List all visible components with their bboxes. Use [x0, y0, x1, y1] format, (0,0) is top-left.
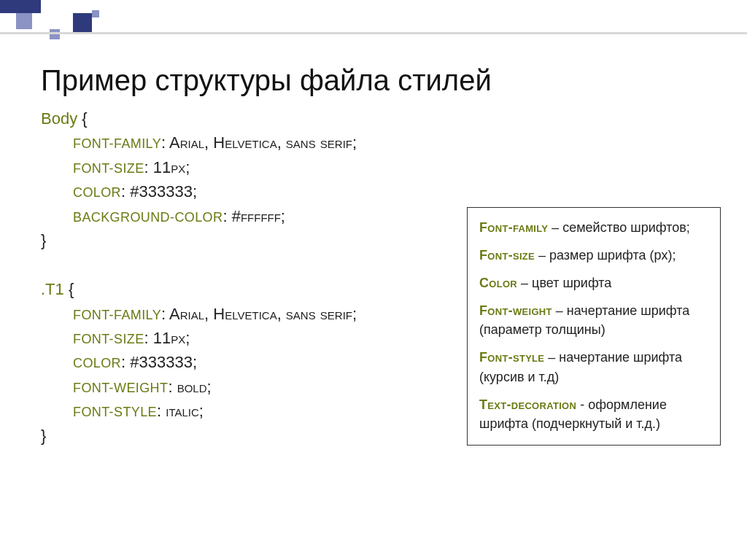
- css-val: italic;: [166, 402, 204, 420]
- page-title: Пример структуры файла стилей: [41, 64, 492, 97]
- css-val: Arial, Helvetica, sans serif;: [169, 133, 357, 152]
- deco-square: [73, 13, 92, 32]
- css-selector: Body: [41, 109, 77, 128]
- css-prop: color: [73, 185, 121, 200]
- deco-square: [16, 13, 32, 29]
- legend-term: Font-style: [479, 350, 544, 365]
- legend-term: Font-size: [479, 248, 535, 262]
- legend-item: Font-style – начертание шрифта (курсив и…: [479, 348, 708, 386]
- corner-decoration: [0, 0, 106, 42]
- css-prop: color: [73, 356, 121, 370]
- legend-desc: – семейство шрифтов;: [548, 220, 690, 235]
- legend-item: Font-weight – начертание шрифта (парамет…: [479, 301, 708, 339]
- legend-item: Font-family – семейство шрифтов;: [479, 218, 708, 237]
- css-prop: font-size: [73, 332, 144, 346]
- css-prop: font-family: [73, 136, 161, 151]
- css-val: #ffffff;: [232, 207, 285, 225]
- legend-term: Font-weight: [479, 303, 552, 318]
- css-prop: font-weight: [73, 381, 168, 395]
- css-val: 11px;: [153, 158, 190, 176]
- legend-item: Color – цвет шрифта: [479, 273, 708, 292]
- deco-square: [92, 10, 99, 18]
- legend-item: Text-decoration - оформление шрифта (под…: [479, 395, 708, 433]
- legend-desc: – цвет шрифта: [517, 276, 611, 290]
- css-code-block: Body { font-family: Arial, Helvetica, sa…: [41, 106, 357, 448]
- deco-square: [50, 29, 60, 39]
- divider: [0, 32, 747, 34]
- legend-item: Font-size – размер шрифта (px);: [479, 246, 708, 265]
- css-prop: font-family: [73, 308, 161, 322]
- legend-term: Color: [479, 276, 517, 290]
- css-val: bold;: [177, 378, 212, 396]
- deco-square: [0, 0, 41, 13]
- css-prop: font-size: [73, 161, 144, 176]
- css-selector: .T1: [41, 280, 64, 298]
- legend-desc: – размер шрифта (px);: [535, 248, 676, 262]
- css-prop: background-color: [73, 210, 222, 225]
- css-prop: font-style: [73, 405, 157, 419]
- css-val: Arial, Helvetica, sans serif;: [169, 305, 357, 323]
- legend-term: Font-family: [479, 220, 548, 235]
- legend-term: Text-decoration: [479, 397, 576, 412]
- css-val: 11px;: [153, 329, 190, 347]
- slide: Пример структуры файла стилей Body { fon…: [0, 0, 747, 560]
- css-val: #333333;: [130, 353, 197, 371]
- legend-box: Font-family – семейство шрифтов; Font-si…: [467, 207, 721, 446]
- css-val: #333333;: [130, 182, 197, 201]
